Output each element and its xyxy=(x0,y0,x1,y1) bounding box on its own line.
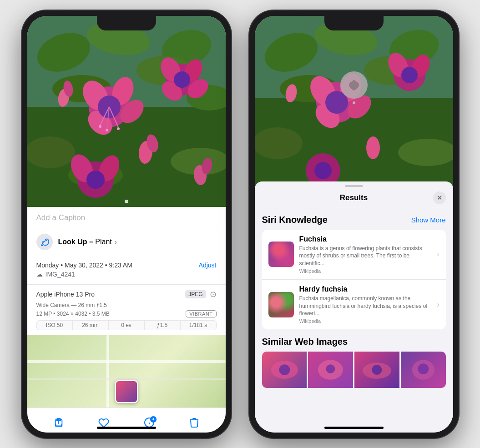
info-sparkle-badge: ✦ xyxy=(150,416,157,423)
similar-section: Similar Web Images xyxy=(262,337,446,388)
exif-shutter: 1/181 s xyxy=(180,320,217,330)
hardy-text: Hardy fuchsia Fuchsia magellanica, commo… xyxy=(299,285,432,324)
exif-ev: 0 ev xyxy=(108,320,144,330)
svg-point-20 xyxy=(99,125,101,128)
siri-knowledge-header: Siri Knowledge Show More xyxy=(262,215,446,225)
fuchsia-text: Fuchsia Fuchsia is a genus of flowering … xyxy=(299,235,432,274)
svg-point-74 xyxy=(372,365,382,375)
svg-point-40 xyxy=(42,241,44,242)
hardy-fuchsia-item[interactable]: Hardy fuchsia Fuchsia magellanica, commo… xyxy=(262,280,446,329)
fuchsia-item[interactable]: Fuchsia Fuchsia is a genus of flowering … xyxy=(262,230,446,280)
results-content: Siri Knowledge Show More Fuchsia Fuchsia… xyxy=(255,208,453,395)
similar-grid xyxy=(262,352,446,388)
home-indicator-2 xyxy=(324,427,384,429)
device-header: Apple iPhone 13 Pro JPEG ⊙ xyxy=(36,289,217,299)
fuchsia-source: Wikipedia xyxy=(299,268,432,274)
map-section[interactable] xyxy=(27,335,226,408)
hardy-thumbnail xyxy=(268,292,294,317)
svg-point-21 xyxy=(117,127,120,130)
filename-row: ☁ IMG_4241 xyxy=(36,271,217,278)
lookup-chevron: › xyxy=(115,238,117,246)
fuchsia-desc: Fuchsia is a genus of flowering plants t… xyxy=(299,245,432,267)
phones-container: Add a Caption Look Up – Plant › xyxy=(13,1,468,447)
svg-point-39 xyxy=(125,200,128,203)
format-badge: JPEG xyxy=(185,290,206,298)
phone-2: Results ✕ Siri Knowledge Show More xyxy=(249,10,459,438)
mp-row: 12 MP • 3024 × 4032 • 3.5 MB VIBRANT xyxy=(36,310,217,317)
hardy-title: Hardy fuchsia xyxy=(299,285,432,293)
share-button[interactable] xyxy=(54,418,64,428)
fuchsia-thumbnail xyxy=(268,242,294,267)
siri-dot xyxy=(353,101,355,104)
camera-options-icon[interactable]: ⊙ xyxy=(210,289,217,299)
lookup-row[interactable]: Look Up – Plant › xyxy=(27,229,226,255)
notch-1 xyxy=(97,16,156,30)
svg-point-72 xyxy=(326,364,335,373)
siri-knowledge-title: Siri Knowledge xyxy=(262,215,328,225)
notch-2 xyxy=(324,16,384,30)
caption-area[interactable]: Add a Caption xyxy=(27,207,226,229)
similar-img-3[interactable] xyxy=(354,352,399,388)
delete-button[interactable] xyxy=(189,417,199,428)
svg-point-63 xyxy=(401,67,418,83)
results-panel: Results ✕ Siri Knowledge Show More xyxy=(255,181,453,433)
cloud-icon: ☁ xyxy=(36,271,43,278)
results-photo xyxy=(255,16,453,189)
svg-point-36 xyxy=(86,171,105,189)
results-header: Results ✕ xyxy=(255,187,453,208)
svg-point-70 xyxy=(279,364,290,375)
svg-point-52 xyxy=(255,127,303,159)
filename: IMG_4241 xyxy=(45,271,75,278)
similar-img-1[interactable] xyxy=(262,352,307,388)
adjust-button[interactable]: Adjust xyxy=(199,262,217,269)
meta-section: Monday • May 30, 2022 • 9:23 AM Adjust ☁… xyxy=(27,255,226,285)
exif-iso: ISO 50 xyxy=(36,320,72,330)
fuchsia-chevron: › xyxy=(437,250,439,258)
favorite-button[interactable] xyxy=(98,418,109,428)
lookup-icon xyxy=(36,234,53,250)
home-indicator-1 xyxy=(97,427,156,429)
hardy-chevron: › xyxy=(437,301,439,309)
mp-info: 12 MP • 3024 × 4032 • 3.5 MB xyxy=(36,311,110,317)
caption-placeholder[interactable]: Add a Caption xyxy=(36,213,86,222)
show-more-button[interactable]: Show More xyxy=(411,216,446,224)
device-section: Apple iPhone 13 Pro JPEG ⊙ Wide Camera —… xyxy=(27,285,226,335)
exif-aperture: ƒ1.5 xyxy=(144,320,180,330)
exif-focal: 26 mm xyxy=(72,320,108,330)
phone-1-screen: Add a Caption Look Up – Plant › xyxy=(27,16,226,433)
filter-badge: VIBRANT xyxy=(186,310,216,317)
exif-row: ISO 50 26 mm 0 ev ƒ1.5 1/181 s xyxy=(36,320,217,330)
svg-point-76 xyxy=(418,363,429,374)
svg-point-67 xyxy=(314,162,332,179)
map-bg xyxy=(27,335,226,408)
date-row: Monday • May 30, 2022 • 9:23 AM Adjust xyxy=(36,262,217,269)
phone-2-screen: Results ✕ Siri Knowledge Show More xyxy=(255,16,453,433)
camera-info: Wide Camera — 26 mm ƒ1.5 xyxy=(36,302,217,308)
svg-point-28 xyxy=(174,71,190,88)
hardy-source: Wikipedia xyxy=(299,318,432,324)
results-title: Results xyxy=(275,193,433,202)
lookup-text: Look Up – Plant › xyxy=(58,238,117,246)
svg-point-22 xyxy=(106,129,108,131)
similar-img-2[interactable] xyxy=(308,352,353,388)
photo-date: Monday • May 30, 2022 • 9:23 AM xyxy=(36,262,132,269)
siri-badge xyxy=(340,71,368,99)
svg-point-65 xyxy=(366,136,380,159)
svg-point-8 xyxy=(27,136,75,168)
photo-thumbnail-map xyxy=(115,380,138,403)
device-name: Apple iPhone 13 Pro xyxy=(36,291,95,298)
hardy-desc: Fuchsia magellanica, commonly known as t… xyxy=(299,295,432,317)
knowledge-card: Fuchsia Fuchsia is a genus of flowering … xyxy=(262,230,446,330)
fuchsia-title: Fuchsia xyxy=(299,235,432,243)
similar-img-4[interactable] xyxy=(401,352,446,388)
close-results-button[interactable]: ✕ xyxy=(433,191,446,204)
phone-1: Add a Caption Look Up – Plant › xyxy=(22,10,231,438)
similar-title: Similar Web Images xyxy=(262,337,446,347)
photo-area-1[interactable] xyxy=(27,16,226,207)
